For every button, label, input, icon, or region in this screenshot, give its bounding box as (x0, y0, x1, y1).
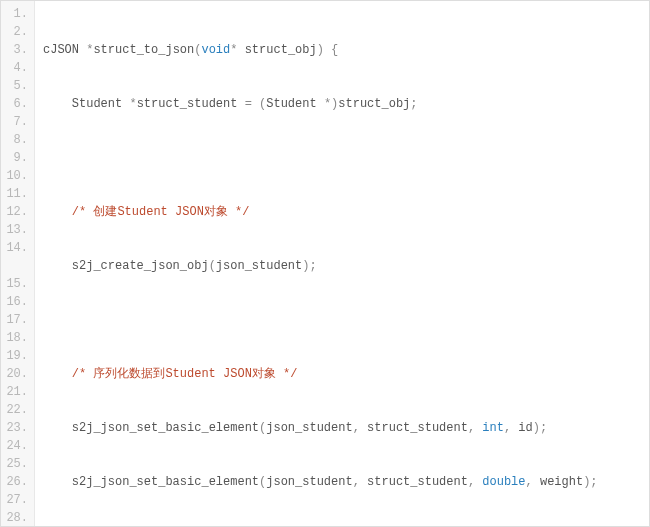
line-number: 18. (1, 329, 28, 347)
code-area[interactable]: cJSON *struct_to_json(void* struct_obj) … (35, 1, 649, 526)
line-number: 9. (1, 149, 28, 167)
code-line: s2j_json_set_basic_element(json_student,… (43, 473, 649, 491)
line-number: 23. (1, 419, 28, 437)
code-line: cJSON *struct_to_json(void* struct_obj) … (43, 41, 649, 59)
line-number: 26. (1, 473, 28, 491)
line-number: 3. (1, 41, 28, 59)
line-number: 8. (1, 131, 28, 149)
line-number: 22. (1, 401, 28, 419)
line-number: 2. (1, 23, 28, 41)
line-number: 28. (1, 509, 28, 527)
code-line (43, 311, 649, 329)
line-number: 21. (1, 383, 28, 401)
line-number: 5. (1, 77, 28, 95)
code-editor: 1. 2. 3. 4. 5. 6. 7. 8. 9. 10. 11. 12. 1… (0, 0, 650, 527)
code-line: /* 序列化数据到Student JSON对象 */ (43, 365, 649, 383)
line-number: 10. (1, 167, 28, 185)
line-number: 14. (1, 239, 28, 257)
code-line: s2j_json_set_basic_element(json_student,… (43, 419, 649, 437)
line-number: 12. (1, 203, 28, 221)
line-number: 17. (1, 311, 28, 329)
line-number: 4. (1, 59, 28, 77)
line-number: 11. (1, 185, 28, 203)
line-number: 13. (1, 221, 28, 239)
line-number: 19. (1, 347, 28, 365)
line-number (1, 257, 28, 275)
code-line: Student *struct_student = (Student *)str… (43, 95, 649, 113)
line-number: 25. (1, 455, 28, 473)
code-line (43, 149, 649, 167)
line-number: 16. (1, 293, 28, 311)
line-number: 27. (1, 491, 28, 509)
line-number: 6. (1, 95, 28, 113)
line-number: 24. (1, 437, 28, 455)
code-line: /* 创建Student JSON对象 */ (43, 203, 649, 221)
line-number: 15. (1, 275, 28, 293)
line-number: 20. (1, 365, 28, 383)
line-number: 7. (1, 113, 28, 131)
line-number-gutter: 1. 2. 3. 4. 5. 6. 7. 8. 9. 10. 11. 12. 1… (1, 1, 35, 526)
line-number: 1. (1, 5, 28, 23)
code-line: s2j_create_json_obj(json_student); (43, 257, 649, 275)
